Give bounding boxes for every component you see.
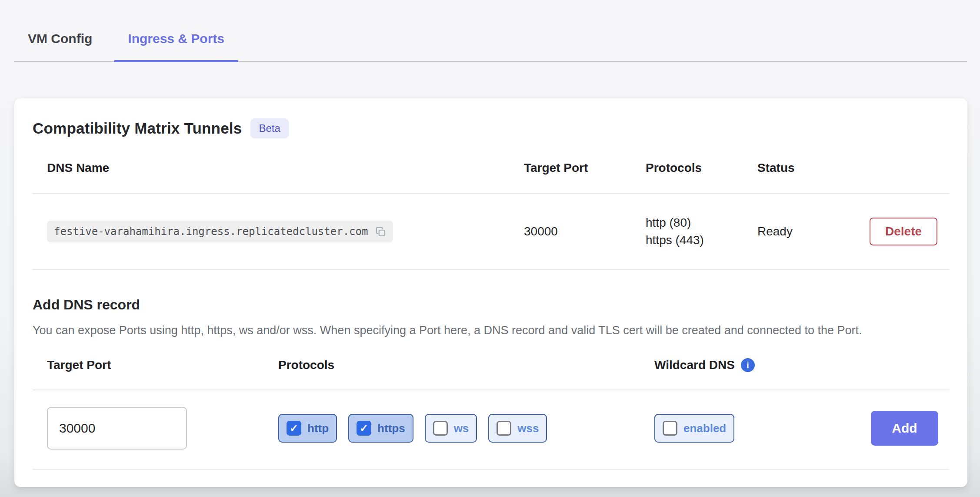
checkbox-unchecked-icon (433, 421, 448, 436)
tab-vm-config[interactable]: VM Config (14, 0, 106, 61)
card-title-row: Compatibility Matrix Tunnels Beta (33, 118, 949, 138)
col-header-protocols: Protocols (646, 161, 757, 175)
add-dns-title: Add DNS record (33, 297, 949, 313)
protocol-label: wss (517, 422, 539, 435)
checkbox-checked-icon: ✓ (357, 421, 371, 436)
col-header-target-port: Target Port (524, 161, 646, 175)
protocol-label: ws (454, 422, 469, 435)
label-target-port: Target Port (33, 358, 278, 372)
checkbox-unchecked-icon (663, 421, 677, 436)
delete-button[interactable]: Delete (870, 218, 937, 245)
checkbox-checked-icon: ✓ (287, 421, 301, 436)
add-dns-form-header: Target Port Protocols Wildcard DNS i (33, 358, 949, 390)
label-wildcard-dns: Wildcard DNS (654, 358, 735, 372)
protocol-checkbox-ws[interactable]: ws (425, 414, 477, 443)
dns-name-value: festive-varahamihira.ingress.replicatedc… (54, 225, 368, 238)
beta-badge: Beta (250, 118, 288, 138)
target-port-input[interactable] (47, 407, 187, 450)
page-title: Compatibility Matrix Tunnels (33, 120, 242, 137)
protocol-checkbox-http[interactable]: ✓ http (278, 414, 337, 443)
row-protocol-https: https (443) (646, 232, 757, 249)
info-icon[interactable]: i (741, 358, 755, 372)
add-dns-description: You can expose Ports using http, https, … (33, 322, 949, 339)
checkbox-unchecked-icon (497, 421, 511, 436)
status-badge: Ready (757, 225, 870, 238)
tab-ingress-ports[interactable]: Ingress & Ports (114, 0, 238, 61)
wildcard-enabled-checkbox[interactable]: enabled (654, 414, 734, 443)
bottom-divider (33, 469, 949, 470)
wildcard-label: enabled (683, 422, 726, 435)
add-button[interactable]: Add (871, 411, 938, 446)
row-protocols: http (80) https (443) (646, 214, 757, 249)
table-row: festive-varahamihira.ingress.replicatedc… (33, 194, 949, 270)
protocol-options: ✓ http ✓ https ws wss (278, 414, 654, 443)
protocol-label: https (377, 422, 405, 435)
protocol-checkbox-https[interactable]: ✓ https (348, 414, 413, 443)
add-dns-form-row: ✓ http ✓ https ws wss enabled Add (33, 390, 949, 450)
protocol-checkbox-wss[interactable]: wss (488, 414, 547, 443)
copy-icon[interactable] (375, 226, 386, 237)
label-protocols: Protocols (278, 358, 654, 372)
protocol-label: http (307, 422, 329, 435)
dns-name-pill: festive-varahamihira.ingress.replicatedc… (47, 221, 393, 242)
row-protocol-http: http (80) (646, 214, 757, 232)
col-header-dns-name: DNS Name (33, 161, 524, 175)
col-header-status: Status (757, 161, 870, 175)
row-target-port: 30000 (524, 225, 646, 238)
tunnels-table-header: DNS Name Target Port Protocols Status (33, 161, 949, 194)
tunnels-card: Compatibility Matrix Tunnels Beta DNS Na… (14, 98, 967, 487)
tab-bar: VM Config Ingress & Ports (14, 0, 967, 62)
